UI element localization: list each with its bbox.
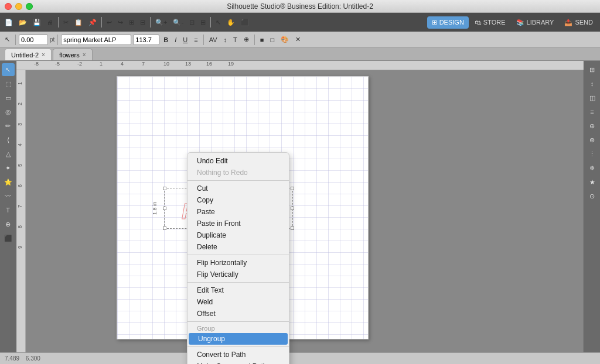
menu-item-weld[interactable]: Weld bbox=[188, 296, 289, 308]
zoom-fit-button[interactable]: ⊡ bbox=[187, 18, 197, 28]
menu-item-cut[interactable]: Cut bbox=[188, 183, 289, 194]
status-bar: 7.489 6.300 bbox=[0, 352, 600, 364]
spacing-button[interactable]: ↕ bbox=[221, 35, 230, 44]
title-bar: Silhouette Studio® Business Edition: Unt… bbox=[0, 0, 600, 13]
bold-button[interactable]: B bbox=[161, 35, 171, 44]
font-size-input[interactable] bbox=[133, 35, 159, 45]
window-title: Silhouette Studio® Business Edition: Unt… bbox=[227, 2, 373, 11]
menu-item-convert-to-path[interactable]: Convert to Path bbox=[188, 349, 289, 360]
design-nav-btn[interactable]: ⊞ DESIGN bbox=[427, 16, 469, 29]
send-nav-btn[interactable]: 📤 SEND bbox=[560, 16, 598, 29]
align-button[interactable]: ⬛ bbox=[238, 18, 251, 28]
stroke-button[interactable]: □ bbox=[268, 35, 277, 44]
pen-tool[interactable]: ⟨ bbox=[2, 133, 15, 146]
ellipse-tool[interactable]: ◎ bbox=[2, 105, 15, 118]
right-panel-btn-3[interactable]: ◫ bbox=[586, 91, 599, 104]
print-button[interactable]: 🖨 bbox=[45, 18, 56, 27]
tab-flowers[interactable]: flowers × bbox=[53, 49, 93, 60]
right-panel: ⊞ ↕ ◫ ≡ ⊕ ⊛ ⋮ ❄ ★ ⊙ bbox=[584, 61, 600, 364]
handle-mid-right[interactable] bbox=[291, 207, 294, 210]
redo-button[interactable]: ↪ bbox=[115, 18, 125, 28]
handle-top-right[interactable] bbox=[291, 187, 294, 190]
right-panel-btn-7[interactable]: ⋮ bbox=[586, 147, 599, 160]
right-panel-btn-9[interactable]: ★ bbox=[586, 176, 599, 188]
handle-top-left[interactable] bbox=[163, 187, 166, 190]
menu-item-flip-v[interactable]: Flip Vertically bbox=[188, 269, 289, 280]
star-tool[interactable]: ✦ bbox=[2, 162, 15, 174]
shape-tool[interactable]: ⭐ bbox=[2, 176, 15, 188]
canvas-scroll[interactable]: ▲ FLOWE bbox=[26, 70, 584, 364]
ungroup-button[interactable]: ⊟ bbox=[138, 18, 148, 28]
zoom-out-button[interactable]: 🔍- bbox=[171, 18, 186, 28]
undo-button[interactable]: ↩ bbox=[104, 18, 114, 28]
menu-item-paste-in-front[interactable]: Paste in Front bbox=[188, 218, 289, 229]
fill-button[interactable]: ■ bbox=[258, 35, 267, 44]
right-panel-btn-2[interactable]: ↕ bbox=[586, 77, 599, 90]
align-left-button[interactable]: ≡ bbox=[192, 35, 200, 44]
underline-button[interactable]: U bbox=[180, 35, 190, 44]
rect-tool[interactable]: ▭ bbox=[2, 91, 15, 104]
italic-button[interactable]: I bbox=[172, 35, 179, 44]
trace-tool[interactable]: ⊕ bbox=[2, 218, 15, 231]
font-name-input[interactable] bbox=[61, 35, 131, 45]
cut-button[interactable]: ✂ bbox=[61, 18, 71, 28]
nav-bar: 📄 📂 💾 🖨 ✂ 📋 📌 ↩ ↪ ⊞ ⊟ 🔍+ 🔍- ⊡ ⊞ ↖ ✋ ⬛ ⊞ … bbox=[0, 13, 600, 32]
close-x-button[interactable]: ✕ bbox=[293, 35, 303, 44]
new-button[interactable]: 📄 bbox=[2, 18, 15, 28]
menu-item-duplicate[interactable]: Duplicate bbox=[188, 229, 289, 241]
close-tab-flowers[interactable]: × bbox=[83, 51, 86, 58]
right-panel-btn-6[interactable]: ⊛ bbox=[586, 133, 599, 146]
group-button[interactable]: ⊞ bbox=[127, 18, 137, 28]
arrow-tool[interactable]: ↖ bbox=[2, 35, 12, 44]
maximize-button[interactable] bbox=[26, 3, 33, 10]
separator-sep2 bbox=[188, 255, 289, 255]
move-tool[interactable]: ↖ bbox=[213, 18, 223, 28]
copy-button[interactable]: 📋 bbox=[72, 18, 85, 28]
node-tool[interactable]: ⬚ bbox=[2, 77, 15, 90]
weld-button[interactable]: ⊕ bbox=[241, 35, 251, 44]
text-tool[interactable]: T bbox=[2, 204, 15, 217]
menu-item-copy[interactable]: Copy bbox=[188, 194, 289, 206]
close-tab-untitled2[interactable]: × bbox=[42, 51, 45, 58]
pan-tool[interactable]: ✋ bbox=[224, 18, 237, 28]
menu-item-undo-edit[interactable]: Undo Edit bbox=[188, 155, 289, 167]
handle-mid-left[interactable] bbox=[163, 207, 166, 210]
separator-sep5 bbox=[188, 346, 289, 347]
polygon-tool[interactable]: △ bbox=[2, 147, 15, 160]
right-panel-btn-5[interactable]: ⊕ bbox=[586, 119, 599, 132]
handle-bot-right[interactable] bbox=[291, 226, 294, 230]
minimize-button[interactable] bbox=[15, 3, 22, 10]
pencil-tool[interactable]: ✏ bbox=[2, 119, 15, 132]
close-button[interactable] bbox=[5, 3, 12, 10]
zoom-in-button[interactable]: 🔍+ bbox=[153, 18, 169, 28]
menu-item-paste[interactable]: Paste bbox=[188, 206, 289, 218]
save-button[interactable]: 💾 bbox=[30, 18, 43, 28]
right-panel-btn-10[interactable]: ⊙ bbox=[586, 190, 599, 202]
zoom-100-button[interactable]: ⊞ bbox=[198, 18, 208, 28]
menu-item-ungroup[interactable]: Ungroup bbox=[189, 333, 288, 345]
menu-item-offset[interactable]: Offset bbox=[188, 308, 289, 320]
color-picker[interactable]: 🎨 bbox=[278, 35, 291, 44]
line-tool[interactable]: 〰 bbox=[2, 190, 15, 202]
store-nav-btn[interactable]: 🛍 STORE bbox=[470, 16, 510, 28]
x-coord-input[interactable] bbox=[19, 35, 48, 45]
tab-untitled2[interactable]: Untitled-2 × bbox=[5, 49, 52, 60]
select-tool[interactable]: ↖ bbox=[2, 63, 15, 76]
fill-tool[interactable]: ⬛ bbox=[2, 232, 15, 245]
menu-item-delete[interactable]: Delete bbox=[188, 241, 289, 253]
format-toolbar: ↖ pt B I U ≡ AV ↕ T ⊕ ■ □ 🎨 ✕ bbox=[0, 32, 600, 48]
right-panel-btn-4[interactable]: ≡ bbox=[586, 105, 599, 118]
vertical-ruler: 1 2 3 4 5 6 7 8 9 bbox=[16, 70, 26, 364]
right-panel-btn-1[interactable]: ⊞ bbox=[586, 63, 599, 76]
menu-item-edit-text[interactable]: Edit Text bbox=[188, 284, 289, 296]
separator-sep1 bbox=[188, 180, 289, 181]
paste-button[interactable]: 📌 bbox=[86, 18, 99, 28]
open-button[interactable]: 📂 bbox=[16, 18, 29, 28]
text-style-button[interactable]: T bbox=[231, 35, 240, 44]
right-panel-btn-8[interactable]: ❄ bbox=[586, 162, 599, 174]
menu-item-make-compound-path[interactable]: Make Compound Path bbox=[188, 360, 289, 364]
handle-bot-left[interactable] bbox=[163, 226, 166, 230]
menu-item-flip-h[interactable]: Flip Horizontally bbox=[188, 257, 289, 269]
kerning-button[interactable]: AV bbox=[207, 35, 220, 44]
library-nav-btn[interactable]: 📚 LIBRARY bbox=[512, 16, 559, 29]
